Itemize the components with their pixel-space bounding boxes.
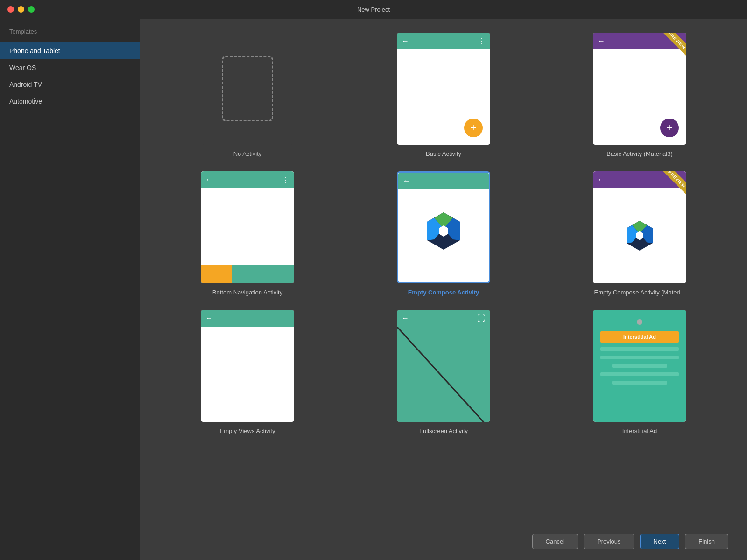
more-icon: ⋮	[478, 37, 486, 46]
template-fullscreen[interactable]: ← ⛶ Fullscreen Activity	[355, 310, 532, 434]
template-thumb-basic-activity: ← ⋮ +	[397, 33, 490, 145]
templates-grid: No Activity ← ⋮ + Basic Activity	[140, 19, 747, 523]
template-thumb-bottom-nav: ← ⋮	[201, 171, 294, 283]
compose-logo-icon	[420, 208, 467, 254]
bottom-actions: Cancel Previous Next Finish	[140, 523, 747, 560]
phone-empty-views: ←	[201, 310, 294, 422]
back-arrow-icon-bn: ←	[205, 175, 213, 184]
template-basic-activity[interactable]: ← ⋮ + Basic Activity	[355, 33, 532, 157]
template-basic-m3[interactable]: PREVIEW ← ⋮ + Basic Activity (Material3)	[551, 33, 728, 157]
phone-basic-activity: ← ⋮ +	[397, 33, 490, 145]
template-label-interstitial: Interstitial Ad	[622, 427, 657, 434]
template-interstitial-ad[interactable]: Interstitial Ad Interstitial Ad	[551, 310, 728, 434]
preview-text: PREVIEW	[661, 33, 686, 57]
phone-empty-compose: ←	[398, 173, 489, 282]
template-no-activity[interactable]: No Activity	[159, 33, 336, 157]
template-label-empty-compose: Empty Compose Activity	[408, 289, 479, 296]
previous-button[interactable]: Previous	[584, 534, 634, 549]
body-bottom-nav	[201, 188, 294, 283]
template-bottom-nav[interactable]: ← ⋮ Bottom Navigation Activity	[159, 171, 336, 296]
template-thumb-basic-m3: PREVIEW ← ⋮ +	[593, 33, 686, 145]
toolbar-empty-views: ←	[201, 310, 294, 327]
interstitial-line-2	[600, 356, 679, 359]
body-basic: +	[397, 49, 490, 145]
interstitial-line-1	[600, 347, 679, 351]
sidebar-item-wear-os[interactable]: Wear OS	[0, 59, 140, 76]
sidebar-item-android-tv[interactable]: Android TV	[0, 76, 140, 93]
back-arrow-icon-ev: ←	[205, 314, 213, 322]
phone-fullscreen: ← ⛶	[397, 310, 490, 422]
template-empty-compose[interactable]: ←	[355, 171, 532, 296]
template-label-bottom-nav: Bottom Navigation Activity	[212, 289, 282, 296]
template-empty-compose-m3[interactable]: PREVIEW ←	[551, 171, 728, 296]
toolbar-bottom-nav: ← ⋮	[201, 171, 294, 188]
template-label-basic-activity: Basic Activity	[426, 150, 461, 157]
toolbar-compose: ←	[398, 173, 489, 189]
interstitial-dot	[637, 319, 642, 325]
template-label-basic-m3: Basic Activity (Material3)	[606, 150, 673, 157]
bottom-nav-bar	[201, 265, 294, 283]
nav-tab-1	[201, 265, 232, 283]
dashed-placeholder	[222, 56, 273, 121]
preview-text-m3: PREVIEW	[661, 171, 686, 196]
titlebar: New Project	[0, 0, 747, 19]
nav-tab-2	[232, 265, 263, 283]
sidebar-header: Templates	[0, 28, 140, 42]
interstitial-line-3	[612, 364, 667, 368]
fab-basic: +	[464, 119, 483, 137]
template-label-no-activity: No Activity	[233, 150, 262, 157]
back-arrow-icon-ec: ←	[403, 177, 410, 185]
body-empty-compose	[398, 189, 489, 282]
template-label-empty-compose-m3: Empty Compose Activity (Materi...	[594, 289, 685, 296]
body-empty-compose-m3	[593, 188, 686, 283]
fab-m3: +	[660, 119, 679, 137]
interstitial-line-4	[600, 372, 679, 376]
template-empty-views[interactable]: ← Empty Views Activity	[159, 310, 336, 434]
next-button[interactable]: Next	[640, 534, 680, 549]
minimize-button[interactable]	[18, 6, 24, 13]
back-arrow-icon-m3: ←	[598, 37, 605, 45]
template-thumb-fullscreen: ← ⛶	[397, 310, 490, 422]
body-fullscreen	[397, 327, 490, 422]
nav-tab-3	[263, 265, 294, 283]
toolbar-basic: ← ⋮	[397, 33, 490, 49]
template-thumb-empty-compose: ←	[397, 171, 490, 283]
phone-bottom-nav: ← ⋮	[201, 171, 294, 283]
content-area: No Activity ← ⋮ + Basic Activity	[140, 19, 747, 560]
finish-button[interactable]: Finish	[685, 534, 728, 549]
cancel-button[interactable]: Cancel	[532, 534, 578, 549]
sidebar-item-automotive[interactable]: Automotive	[0, 93, 140, 110]
interstitial-bg: Interstitial Ad	[593, 310, 686, 422]
template-thumb-interstitial: Interstitial Ad	[593, 310, 686, 422]
maximize-button[interactable]	[28, 6, 35, 13]
template-thumb-empty-views: ←	[201, 310, 294, 422]
back-arrow-icon-ecm3: ←	[598, 175, 605, 184]
svg-line-10	[397, 327, 490, 422]
back-arrow-icon: ←	[402, 37, 409, 45]
compose-logo-icon-m3	[621, 217, 658, 254]
preview-badge: PREVIEW	[658, 33, 686, 61]
phone-interstitial: Interstitial Ad	[593, 310, 686, 422]
template-label-fullscreen: Fullscreen Activity	[419, 427, 468, 434]
fullscreen-icon: ⛶	[477, 314, 486, 323]
template-label-empty-views: Empty Views Activity	[220, 427, 275, 434]
toolbar-fullscreen: ← ⛶	[397, 310, 490, 327]
more-icon-bn: ⋮	[282, 175, 289, 184]
template-thumb-no-activity	[201, 33, 294, 145]
sidebar-item-phone-tablet[interactable]: Phone and Tablet	[0, 42, 140, 59]
sidebar: Templates Phone and Tablet Wear OS Andro…	[0, 19, 140, 560]
interstitial-ad-banner: Interstitial Ad	[600, 331, 679, 343]
window-title: New Project	[357, 6, 390, 13]
template-thumb-empty-compose-m3: PREVIEW ←	[593, 171, 686, 283]
back-arrow-icon-fs: ←	[402, 314, 409, 322]
main-container: Templates Phone and Tablet Wear OS Andro…	[0, 19, 747, 560]
interstitial-line-5	[612, 381, 667, 385]
close-button[interactable]	[7, 6, 14, 13]
window-controls[interactable]	[7, 6, 35, 13]
preview-badge-m3: PREVIEW	[658, 171, 686, 199]
diagonal-line	[397, 327, 490, 422]
body-empty-views	[201, 327, 294, 422]
body-m3: +	[593, 49, 686, 145]
